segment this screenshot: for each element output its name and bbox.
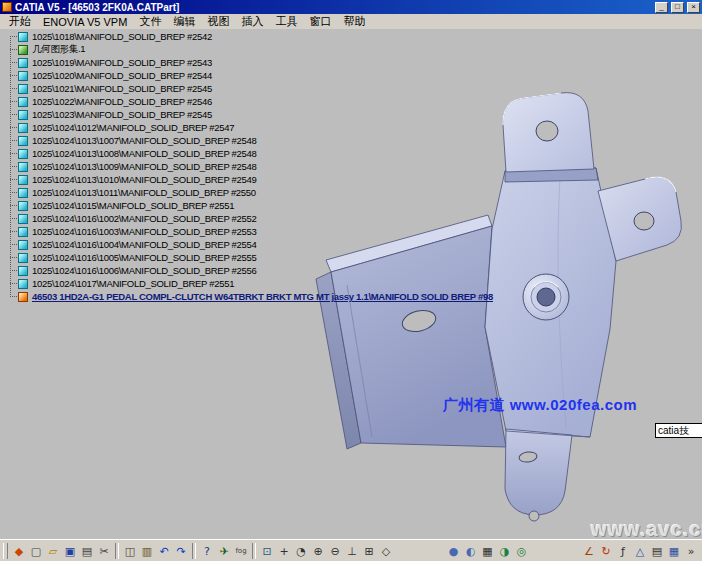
menu-item-view[interactable]: 视图: [201, 14, 235, 29]
iso-view-icon[interactable]: ◇: [378, 543, 394, 559]
menu-item-file[interactable]: 文件: [133, 14, 167, 29]
tree-item-label[interactable]: 1025\1024\1013\1009\MANIFOLD_SOLID_BREP …: [32, 161, 257, 172]
tree-item-label[interactable]: 1025\1024\1016\1006\MANIFOLD_SOLID_BREP …: [32, 265, 257, 276]
axis-system-icon[interactable]: △: [632, 543, 648, 559]
rotate-icon[interactable]: ◔: [293, 543, 309, 559]
manifold-solid-icon[interactable]: [18, 97, 28, 107]
menu-item-enovia[interactable]: ENOVIA V5 VPM: [37, 16, 133, 28]
bracket-foot-face[interactable]: [505, 429, 572, 515]
zoom-out-icon[interactable]: ⊖: [327, 543, 343, 559]
cut-icon[interactable]: ✂: [96, 543, 112, 559]
tree-item[interactable]: 1025\1024\1013\1007\MANIFOLD_SOLID_BREP …: [2, 134, 493, 147]
tree-item-label[interactable]: 1025\1024\1016\1002\MANIFOLD_SOLID_BREP …: [32, 213, 257, 224]
print-icon[interactable]: ▤: [79, 543, 95, 559]
tree-item[interactable]: 几何图形集.1: [2, 43, 493, 56]
tree-item-label[interactable]: 1025\1024\1016\1003\MANIFOLD_SOLID_BREP …: [32, 226, 257, 237]
shading-icon[interactable]: ●: [446, 543, 462, 559]
grid-icon[interactable]: ▦: [666, 543, 682, 559]
knowledge-icon[interactable]: ƒ: [615, 543, 631, 559]
tree-item[interactable]: 1025\1024\1016\1003\MANIFOLD_SOLID_BREP …: [2, 225, 493, 238]
tree-item[interactable]: 1025\1023\MANIFOLD_SOLID_BREP #2545: [2, 108, 493, 121]
menu-item-edit[interactable]: 编辑: [167, 14, 201, 29]
open-icon[interactable]: ▱: [45, 543, 61, 559]
multi-view-icon[interactable]: ⊞: [361, 543, 377, 559]
wireframe-icon[interactable]: ▦: [480, 543, 496, 559]
copy-icon[interactable]: ◫: [122, 543, 138, 559]
tree-item[interactable]: 1025\1021\MANIFOLD_SOLID_BREP #2545: [2, 82, 493, 95]
manifold-solid-icon[interactable]: [18, 188, 28, 198]
center-boss-hole[interactable]: [537, 288, 555, 306]
menu-item-start[interactable]: 开始: [3, 14, 37, 29]
tree-item-label[interactable]: 1025\1022\MANIFOLD_SOLID_BREP #2546: [32, 96, 212, 107]
paste-icon[interactable]: ▥: [139, 543, 155, 559]
tree-item-label[interactable]: 1025\1024\1017\MANIFOLD_SOLID_BREP #2551: [32, 278, 234, 289]
maximize-button[interactable]: □: [671, 2, 684, 13]
redo-icon[interactable]: ↷: [173, 543, 189, 559]
normal-view-icon[interactable]: ⊥: [344, 543, 360, 559]
measure-icon[interactable]: ∠: [581, 543, 597, 559]
menu-item-window[interactable]: 窗口: [303, 14, 337, 29]
tree-item-label[interactable]: 1025\1024\1013\1008\MANIFOLD_SOLID_BREP …: [32, 148, 257, 159]
viewport-3d[interactable]: 1025\1018\MANIFOLD_SOLID_BREP #2542几何图形集…: [0, 29, 702, 540]
manifold-solid-icon[interactable]: [18, 71, 28, 81]
update-icon[interactable]: ↻: [598, 543, 614, 559]
manifold-solid-icon[interactable]: [18, 58, 28, 68]
help-icon[interactable]: ?: [199, 543, 215, 559]
tree-item-label[interactable]: 1025\1024\1012\MANIFOLD_SOLID_BREP #2547: [32, 122, 234, 133]
workbench-icon[interactable]: ◆: [11, 543, 27, 559]
tree-item[interactable]: 1025\1022\MANIFOLD_SOLID_BREP #2546: [2, 95, 493, 108]
tree-item[interactable]: 1025\1024\1012\MANIFOLD_SOLID_BREP #2547: [2, 121, 493, 134]
fit-all-icon[interactable]: ⊡: [259, 543, 275, 559]
tree-item[interactable]: 1025\1019\MANIFOLD_SOLID_BREP #2543: [2, 56, 493, 69]
tree-item-label[interactable]: 1025\1020\MANIFOLD_SOLID_BREP #2544: [32, 70, 212, 81]
minimize-button[interactable]: _: [655, 2, 668, 13]
tree-item-label[interactable]: 几何图形集.1: [32, 43, 85, 56]
tree-item-label[interactable]: 1025\1024\1013\1011\MANIFOLD_SOLID_BREP …: [32, 187, 256, 198]
new-document-icon[interactable]: ▢: [28, 543, 44, 559]
tree-item-label[interactable]: 1025\1024\1013\1010\MANIFOLD_SOLID_BREP …: [32, 174, 257, 185]
tree-item[interactable]: 1025\1024\1017\MANIFOLD_SOLID_BREP #2551: [2, 277, 493, 290]
manifold-solid-icon[interactable]: [18, 201, 28, 211]
tree-item[interactable]: 1025\1024\1013\1011\MANIFOLD_SOLID_BREP …: [2, 186, 493, 199]
zoom-in-icon[interactable]: ⊕: [310, 543, 326, 559]
manifold-solid-icon[interactable]: [18, 175, 28, 185]
pan-icon[interactable]: +: [276, 543, 292, 559]
tree-item[interactable]: 1025\1024\1015\MANIFOLD_SOLID_BREP #2551: [2, 199, 493, 212]
manifold-solid-icon[interactable]: [18, 110, 28, 120]
manifold-solid-icon[interactable]: [18, 32, 28, 42]
manifold-solid-icon[interactable]: [18, 162, 28, 172]
tree-item[interactable]: 1025\1024\1016\1006\MANIFOLD_SOLID_BREP …: [2, 264, 493, 277]
tree-item[interactable]: 1025\1024\1016\1002\MANIFOLD_SOLID_BREP …: [2, 212, 493, 225]
tree-item[interactable]: 1025\1024\1016\1004\MANIFOLD_SOLID_BREP …: [2, 238, 493, 251]
tree-item-label[interactable]: 1025\1018\MANIFOLD_SOLID_BREP #2542: [32, 31, 212, 42]
named-views-icon[interactable]: ▤: [649, 543, 665, 559]
tree-item-label[interactable]: 1025\1024\1016\1004\MANIFOLD_SOLID_BREP …: [32, 239, 257, 250]
manifold-solid-icon[interactable]: [18, 292, 28, 302]
tree-item[interactable]: 1025\1024\1013\1010\MANIFOLD_SOLID_BREP …: [2, 173, 493, 186]
menu-item-help[interactable]: 帮助: [337, 14, 371, 29]
manifold-solid-icon[interactable]: [18, 253, 28, 263]
hide-show-icon[interactable]: ◑: [497, 543, 513, 559]
tree-item[interactable]: 1025\1024\1013\1008\MANIFOLD_SOLID_BREP …: [2, 147, 493, 160]
top-tab-hole[interactable]: [536, 121, 558, 141]
annotation-box[interactable]: catia技: [655, 423, 702, 438]
tree-item[interactable]: 1025\1018\MANIFOLD_SOLID_BREP #2542: [2, 30, 493, 43]
tree-item[interactable]: 1025\1020\MANIFOLD_SOLID_BREP #2544: [2, 69, 493, 82]
shading-edges-icon[interactable]: ◐: [463, 543, 479, 559]
right-wing-hole[interactable]: [634, 212, 654, 230]
manifold-solid-icon[interactable]: [18, 279, 28, 289]
manifold-solid-icon[interactable]: [18, 240, 28, 250]
manifold-solid-icon[interactable]: [18, 227, 28, 237]
manifold-solid-icon[interactable]: [18, 84, 28, 94]
tree-item[interactable]: 46503 1HD2A-G1 PEDAL COMPL-CLUTCH W64TBR…: [2, 290, 493, 303]
tree-item-label[interactable]: 46503 1HD2A-G1 PEDAL COMPL-CLUTCH W64TBR…: [32, 291, 493, 302]
tree-item-label[interactable]: 1025\1024\1016\1005\MANIFOLD_SOLID_BREP …: [32, 252, 257, 263]
manifold-solid-icon[interactable]: [18, 214, 28, 224]
tree-item[interactable]: 1025\1024\1013\1009\MANIFOLD_SOLID_BREP …: [2, 160, 493, 173]
undo-icon[interactable]: ↶: [156, 543, 172, 559]
tree-item-label[interactable]: 1025\1019\MANIFOLD_SOLID_BREP #2543: [32, 57, 212, 68]
tree-item-label[interactable]: 1025\1023\MANIFOLD_SOLID_BREP #2545: [32, 109, 212, 120]
manifold-solid-icon[interactable]: [18, 149, 28, 159]
manifold-solid-icon[interactable]: [18, 136, 28, 146]
manifold-solid-icon[interactable]: [18, 266, 28, 276]
